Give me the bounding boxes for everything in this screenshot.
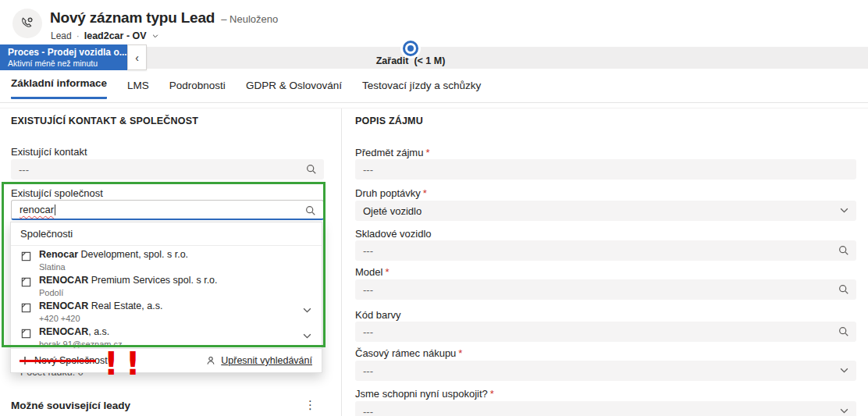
breadcrumb: Lead · lead2car - OV (51, 30, 159, 41)
lead-record-icon (12, 9, 42, 38)
tab-lms[interactable]: LMS (127, 80, 149, 99)
content-top-divider (0, 108, 868, 108)
stage-label[interactable]: Zařadit(< 1 M) (333, 55, 489, 66)
column-divider (341, 108, 342, 416)
chevron-down-icon[interactable] (839, 365, 849, 375)
process-stage-strip (147, 47, 868, 69)
kod-barvy-label: Kód barvy (355, 309, 404, 321)
process-stage-pill[interactable]: Proces - Prodej vozidla o... Aktivní mén… (0, 44, 127, 70)
breadcrumb-separator: · (76, 30, 80, 41)
form-tabs: Základní informace LMS Podrobnosti GDPR … (11, 77, 481, 99)
casovy-ramec-label: Časový rámec nákupu* (355, 347, 462, 359)
casovy-ramec-select[interactable]: --- (355, 361, 856, 381)
process-active-time: Aktivní méně než minutu (8, 59, 119, 69)
entity-type-label: Lead (51, 30, 72, 41)
new-company-button[interactable]: Nový Společnost (20, 355, 108, 366)
search-query-text: renocar (20, 204, 54, 215)
druh-poptavky-label: Druh poptávky* (355, 187, 427, 199)
search-icon[interactable] (306, 164, 317, 175)
jsme-schopni-select[interactable]: --- (355, 401, 856, 416)
left-section-title: EXISTUJÍCÍ KONTAKT & SPOLEČNOST (11, 116, 198, 126)
tab-podrobnosti[interactable]: Podrobnosti (169, 80, 226, 99)
existing-company-search-input[interactable]: renocar (11, 200, 324, 220)
form-selector[interactable]: lead2car - OV (84, 30, 147, 41)
predmet-zajmu-field[interactable]: --- (355, 159, 856, 180)
search-icon[interactable] (838, 284, 849, 295)
result-secondary: Slatina (39, 262, 66, 272)
chevron-down-icon[interactable] (839, 406, 849, 416)
advanced-search-link[interactable]: Upřesnit vyhledávání (205, 355, 312, 366)
plus-icon (20, 356, 30, 365)
lookup-result-row[interactable]: RENOCAR Real Estate, a.s. +420 +420 (11, 298, 322, 324)
company-icon (20, 302, 32, 322)
tab-testovaci-jizdy[interactable]: Testovací jízdy a schůzky (362, 80, 481, 99)
result-secondary: +420 +420 (39, 314, 80, 323)
skladove-vozidlo-label: Skladové vozidlo (355, 228, 434, 240)
lookup-result-row[interactable]: RENOCAR Premium Services spol. s r.o. Po… (11, 272, 322, 298)
more-options-icon[interactable]: ⋮ (304, 398, 316, 412)
required-mark: * (423, 187, 427, 199)
right-section-title: POPIS ZÁJMU (355, 116, 423, 126)
process-collapse-button[interactable]: ‹ (127, 44, 147, 70)
company-icon (20, 251, 32, 271)
text-cursor (55, 204, 55, 215)
required-mark: * (458, 347, 462, 359)
tabs-divider (0, 102, 868, 103)
stage-duration: (< 1 M) (414, 55, 445, 66)
required-mark: * (490, 388, 494, 400)
search-icon[interactable] (838, 326, 849, 337)
person-search-icon (205, 355, 216, 366)
company-lookup-flyout: Společnosti Renocar Development, spol. s… (10, 222, 322, 373)
predmet-zajmu-label: Předmět zájmu* (355, 147, 429, 158)
page-title: Nový záznam typu Lead (50, 9, 215, 26)
flyout-group-header: Společnosti (11, 222, 322, 246)
result-secondary: Podolí (39, 288, 63, 297)
phone-gear-icon (19, 15, 36, 32)
existing-contact-label: Existující kontakt (11, 146, 87, 158)
unsaved-status: – Neuloženo (221, 13, 278, 25)
chevron-down-icon[interactable] (302, 331, 312, 341)
lead-form-window: Nový záznam typu Lead– Neuloženo Lead · … (0, 0, 868, 416)
search-icon[interactable] (305, 205, 316, 216)
lookup-result-row[interactable]: RENOCAR, a.s. horak.91@seznam.cz (11, 324, 322, 350)
process-name: Proces - Prodej vozidla o... (8, 47, 119, 59)
model-lookup[interactable]: --- (355, 279, 856, 300)
model-label: Model* (355, 266, 389, 278)
tab-gdpr-oslovovani[interactable]: GDPR & Oslovování (246, 80, 342, 99)
lookup-result-row[interactable]: Renocar Development, spol. s r.o. Slatin… (11, 247, 322, 272)
jsme-schopni-label: Jsme schopni nyní uspokojit?* (355, 388, 494, 400)
stage-radio-icon[interactable] (403, 41, 418, 56)
chevron-down-icon[interactable] (302, 305, 312, 315)
chevron-down-icon[interactable] (839, 205, 849, 215)
company-icon (20, 328, 32, 348)
search-icon[interactable] (838, 245, 849, 256)
required-mark: * (425, 147, 429, 158)
tab-zakladni-informace[interactable]: Základní informace (11, 77, 107, 99)
required-mark: * (385, 266, 389, 278)
kod-barvy-lookup[interactable]: --- (355, 322, 856, 342)
company-icon (20, 276, 32, 297)
skladove-vozidlo-lookup[interactable]: --- (355, 240, 856, 261)
existing-contact-lookup[interactable]: --- (11, 159, 324, 180)
chevron-down-icon[interactable] (151, 32, 159, 40)
related-leads-title: Možné související leady (11, 400, 130, 411)
druh-poptavky-select[interactable]: Ojeté vozidlo (355, 201, 856, 221)
chevron-left-icon: ‹ (135, 52, 139, 64)
flyout-footer: Nový Společnost Upřesnit vyhledávání (11, 348, 322, 372)
existing-company-label: Existující společnost (11, 187, 103, 199)
